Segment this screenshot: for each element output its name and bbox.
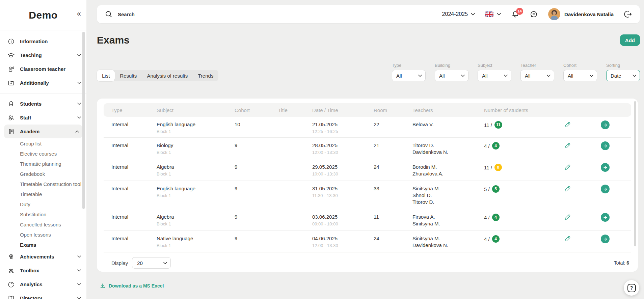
table-scrollbar[interactable]	[634, 101, 636, 246]
filter-cohort: Cohort All	[563, 63, 597, 81]
filter-building-select[interactable]: All	[435, 70, 468, 81]
sidebar-item-analytics[interactable]: Analytics	[0, 277, 86, 291]
filter-value: All	[482, 73, 488, 79]
exam-type: Internal	[111, 164, 157, 170]
edit-exam-button[interactable]	[564, 142, 571, 150]
sidebar-item-achievements[interactable]: Achievements	[0, 250, 86, 264]
tab-results[interactable]: Results	[115, 70, 142, 81]
chevron-down-icon	[633, 75, 636, 77]
table-row: Internal Native languageBlock 1 9 04.06.…	[104, 231, 631, 252]
sidebar-subitem-group-list[interactable]: Group list	[0, 138, 86, 148]
folder-plus-icon	[7, 79, 15, 87]
arrow-right-icon	[603, 215, 608, 220]
journal-icon	[7, 128, 15, 135]
exam-block: Block 1	[157, 193, 235, 198]
sidebar-scrollbar[interactable]	[82, 32, 85, 209]
sidebar-collapse-button[interactable]: «	[77, 10, 81, 18]
chevron-down-icon	[77, 283, 81, 286]
column-header-number-of-students: Number of students	[484, 107, 564, 113]
exam-cohort: 9	[235, 164, 278, 170]
filter-cohort-select[interactable]: All	[563, 70, 597, 81]
open-exam-button[interactable]	[601, 163, 610, 172]
sidebar-subitem-timetable-construction-tool[interactable]: Timetable Construction tool	[0, 179, 86, 189]
sidebar-subitem-elective-courses[interactable]: Elective courses	[0, 148, 86, 159]
filter-sorting-select[interactable]: Date	[606, 70, 640, 81]
edit-exam-button[interactable]	[564, 121, 571, 129]
add-button[interactable]: Add	[620, 34, 640, 46]
school-year-select[interactable]: 2024-2025	[442, 11, 475, 17]
students-badge: 11	[494, 121, 502, 129]
column-header-title: Title	[278, 107, 312, 113]
open-exam-button[interactable]	[601, 235, 610, 243]
user-name: Davidenkova Natalia	[564, 11, 614, 17]
tab-analysis-of-results[interactable]: Analysis of results	[142, 70, 193, 81]
sidebar-subitem-exams[interactable]: Exams	[0, 240, 86, 250]
sidebar-item-classroom-teacher[interactable]: Classroom teacher	[0, 62, 86, 76]
page-size-select[interactable]: 20	[132, 257, 171, 269]
exam-type: Internal	[111, 214, 157, 220]
edit-exam-button[interactable]	[564, 164, 571, 171]
edit-exam-button[interactable]	[564, 185, 571, 193]
sidebar-item-staff[interactable]: Staff	[0, 111, 86, 125]
exam-time: 11:30 - 13:30	[312, 193, 374, 198]
notifications-button[interactable]: 14	[511, 10, 519, 19]
exam-teacher: Davidenkova N.	[412, 242, 484, 248]
open-exam-button[interactable]	[601, 120, 610, 129]
sidebar-item-students[interactable]: Students	[0, 97, 86, 111]
sidebar-subitem-cancelled-lessons[interactable]: Cancelled lessons	[0, 219, 86, 229]
open-exam-button[interactable]	[601, 185, 610, 193]
download-excel-link[interactable]: Download as a MS Excel	[100, 283, 164, 289]
filter-label: Cohort	[563, 63, 597, 68]
students-badge: 0	[494, 164, 502, 171]
filter-teacher-select[interactable]: All	[520, 70, 554, 81]
edit-exam-button[interactable]	[564, 214, 571, 221]
open-exam-button[interactable]	[601, 141, 610, 150]
app-logo: Demo	[29, 9, 57, 21]
messages-button[interactable]	[530, 10, 538, 19]
topbar: 2024-2025 14 Davidenkova Natalia	[97, 5, 640, 23]
logout-button[interactable]	[624, 10, 633, 19]
info-icon	[7, 38, 15, 45]
sidebar-subitem-substitution[interactable]: Substitution	[0, 209, 86, 219]
sidebar-subitem-thematic-planning[interactable]: Thematic planning	[0, 159, 86, 169]
filter-type: Type All	[392, 63, 426, 81]
sidebar-item-toolbox[interactable]: Toolbox	[0, 264, 86, 277]
sidebar-subitem-open-lessons[interactable]: Open lessons	[0, 229, 86, 240]
students-count: 11 /	[484, 165, 492, 170]
filter-value: Date	[611, 73, 621, 79]
search-input[interactable]	[118, 11, 260, 17]
sidebar-item-directory[interactable]: Directory	[0, 291, 86, 299]
edit-exam-button[interactable]	[564, 235, 571, 243]
tab-list[interactable]: List	[97, 70, 115, 81]
filter-value: All	[525, 73, 531, 79]
chevron-down-icon	[77, 82, 81, 84]
students-count: 5 /	[484, 186, 490, 192]
chevron-down-icon	[77, 103, 81, 105]
avatar	[548, 8, 560, 20]
exam-time: 12:00 - 13:30	[312, 150, 374, 155]
sidebar-item-additionally[interactable]: Additionally	[0, 76, 86, 90]
page-title: Exams	[97, 34, 130, 46]
tab-trends[interactable]: Trends	[193, 70, 218, 81]
language-select[interactable]	[485, 11, 501, 17]
students-badge: 4	[492, 214, 500, 221]
exam-teacher: Borodin M.	[412, 164, 484, 170]
filter-type-select[interactable]: All	[392, 70, 426, 81]
sidebar-subitem-gradebook[interactable]: Gradebook	[0, 169, 86, 179]
pencil-icon	[564, 142, 571, 150]
sidebar-divider	[0, 93, 86, 93]
exam-cohort: 10	[235, 121, 278, 128]
filter-subject-select[interactable]: All	[478, 70, 511, 81]
sidebar-item-teaching[interactable]: Teaching	[0, 48, 86, 62]
open-exam-button[interactable]	[601, 213, 610, 222]
sidebar-item-academ[interactable]: Academ	[4, 125, 82, 138]
sidebar-item-information[interactable]: Information	[0, 34, 86, 48]
chevron-down-icon	[77, 54, 81, 56]
user-menu[interactable]: Davidenkova Natalia	[548, 8, 614, 20]
sidebar-subitem-timetable[interactable]: Timetable	[0, 189, 86, 199]
sidebar-item-label: Directory	[20, 295, 42, 299]
sidebar-subitem-duty[interactable]: Duty	[0, 199, 86, 209]
help-button[interactable]: ?	[624, 280, 639, 296]
exam-date: 03.06.2025	[312, 214, 374, 220]
medal-icon	[7, 253, 15, 261]
